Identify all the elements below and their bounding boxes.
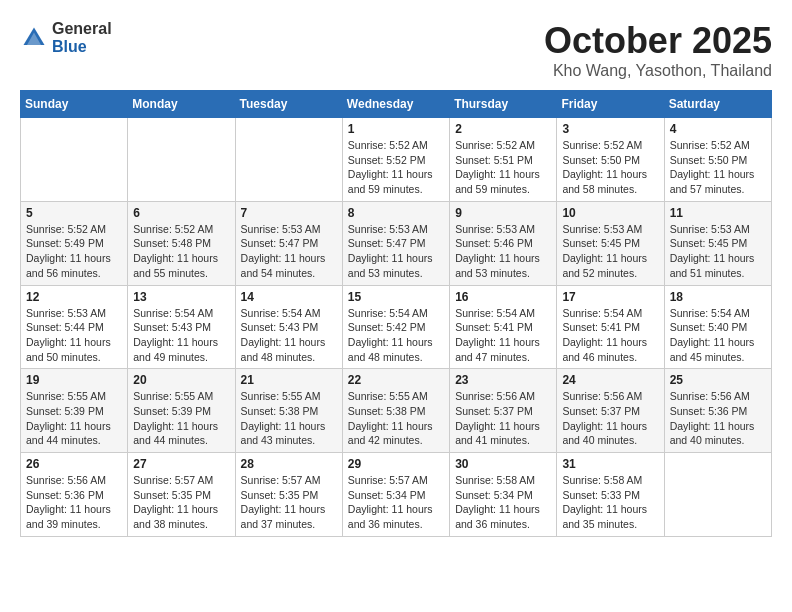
weekday-header: Monday [128,91,235,118]
day-number: 1 [348,122,444,136]
calendar-cell: 29Sunrise: 5:57 AMSunset: 5:34 PMDayligh… [342,453,449,537]
day-number: 10 [562,206,658,220]
day-number: 11 [670,206,766,220]
day-number: 22 [348,373,444,387]
day-number: 21 [241,373,337,387]
day-info: Sunrise: 5:58 AMSunset: 5:33 PMDaylight:… [562,473,658,532]
calendar-cell: 23Sunrise: 5:56 AMSunset: 5:37 PMDayligh… [450,369,557,453]
calendar-week-row: 1Sunrise: 5:52 AMSunset: 5:52 PMDaylight… [21,118,772,202]
calendar-cell: 4Sunrise: 5:52 AMSunset: 5:50 PMDaylight… [664,118,771,202]
location-title: Kho Wang, Yasothon, Thailand [544,62,772,80]
calendar-cell [664,453,771,537]
day-info: Sunrise: 5:56 AMSunset: 5:36 PMDaylight:… [26,473,122,532]
day-info: Sunrise: 5:56 AMSunset: 5:36 PMDaylight:… [670,389,766,448]
day-number: 6 [133,206,229,220]
day-number: 31 [562,457,658,471]
logo-icon [20,24,48,52]
day-number: 14 [241,290,337,304]
day-info: Sunrise: 5:54 AMSunset: 5:41 PMDaylight:… [562,306,658,365]
calendar-cell: 16Sunrise: 5:54 AMSunset: 5:41 PMDayligh… [450,285,557,369]
day-number: 7 [241,206,337,220]
title-block: October 2025 Kho Wang, Yasothon, Thailan… [544,20,772,80]
day-number: 5 [26,206,122,220]
calendar-week-row: 26Sunrise: 5:56 AMSunset: 5:36 PMDayligh… [21,453,772,537]
day-number: 23 [455,373,551,387]
day-info: Sunrise: 5:54 AMSunset: 5:41 PMDaylight:… [455,306,551,365]
day-info: Sunrise: 5:52 AMSunset: 5:48 PMDaylight:… [133,222,229,281]
calendar-cell: 31Sunrise: 5:58 AMSunset: 5:33 PMDayligh… [557,453,664,537]
calendar-cell: 3Sunrise: 5:52 AMSunset: 5:50 PMDaylight… [557,118,664,202]
calendar-cell: 17Sunrise: 5:54 AMSunset: 5:41 PMDayligh… [557,285,664,369]
calendar-cell: 21Sunrise: 5:55 AMSunset: 5:38 PMDayligh… [235,369,342,453]
day-info: Sunrise: 5:53 AMSunset: 5:46 PMDaylight:… [455,222,551,281]
calendar-cell: 13Sunrise: 5:54 AMSunset: 5:43 PMDayligh… [128,285,235,369]
calendar-cell: 25Sunrise: 5:56 AMSunset: 5:36 PMDayligh… [664,369,771,453]
day-info: Sunrise: 5:53 AMSunset: 5:47 PMDaylight:… [241,222,337,281]
calendar-table: SundayMondayTuesdayWednesdayThursdayFrid… [20,90,772,537]
day-number: 16 [455,290,551,304]
calendar-cell: 7Sunrise: 5:53 AMSunset: 5:47 PMDaylight… [235,201,342,285]
day-info: Sunrise: 5:53 AMSunset: 5:45 PMDaylight:… [670,222,766,281]
day-info: Sunrise: 5:54 AMSunset: 5:43 PMDaylight:… [133,306,229,365]
calendar-cell: 22Sunrise: 5:55 AMSunset: 5:38 PMDayligh… [342,369,449,453]
day-number: 4 [670,122,766,136]
calendar-cell: 28Sunrise: 5:57 AMSunset: 5:35 PMDayligh… [235,453,342,537]
day-info: Sunrise: 5:52 AMSunset: 5:51 PMDaylight:… [455,138,551,197]
calendar-cell: 14Sunrise: 5:54 AMSunset: 5:43 PMDayligh… [235,285,342,369]
weekday-header: Wednesday [342,91,449,118]
calendar-cell: 2Sunrise: 5:52 AMSunset: 5:51 PMDaylight… [450,118,557,202]
page-header: General Blue October 2025 Kho Wang, Yaso… [20,20,772,80]
calendar-week-row: 12Sunrise: 5:53 AMSunset: 5:44 PMDayligh… [21,285,772,369]
day-info: Sunrise: 5:56 AMSunset: 5:37 PMDaylight:… [455,389,551,448]
calendar-cell: 11Sunrise: 5:53 AMSunset: 5:45 PMDayligh… [664,201,771,285]
calendar-cell: 19Sunrise: 5:55 AMSunset: 5:39 PMDayligh… [21,369,128,453]
calendar-cell [21,118,128,202]
day-info: Sunrise: 5:58 AMSunset: 5:34 PMDaylight:… [455,473,551,532]
day-info: Sunrise: 5:55 AMSunset: 5:39 PMDaylight:… [26,389,122,448]
calendar-cell: 15Sunrise: 5:54 AMSunset: 5:42 PMDayligh… [342,285,449,369]
day-number: 24 [562,373,658,387]
day-number: 19 [26,373,122,387]
weekday-header: Sunday [21,91,128,118]
calendar-cell: 27Sunrise: 5:57 AMSunset: 5:35 PMDayligh… [128,453,235,537]
day-number: 3 [562,122,658,136]
day-number: 17 [562,290,658,304]
day-number: 30 [455,457,551,471]
day-number: 25 [670,373,766,387]
calendar-cell: 24Sunrise: 5:56 AMSunset: 5:37 PMDayligh… [557,369,664,453]
day-number: 9 [455,206,551,220]
calendar-cell: 30Sunrise: 5:58 AMSunset: 5:34 PMDayligh… [450,453,557,537]
day-info: Sunrise: 5:52 AMSunset: 5:52 PMDaylight:… [348,138,444,197]
day-number: 26 [26,457,122,471]
day-info: Sunrise: 5:54 AMSunset: 5:42 PMDaylight:… [348,306,444,365]
day-info: Sunrise: 5:55 AMSunset: 5:39 PMDaylight:… [133,389,229,448]
calendar-cell: 12Sunrise: 5:53 AMSunset: 5:44 PMDayligh… [21,285,128,369]
logo-text-general: General [52,20,112,37]
calendar-cell: 8Sunrise: 5:53 AMSunset: 5:47 PMDaylight… [342,201,449,285]
calendar-cell [128,118,235,202]
calendar-cell: 1Sunrise: 5:52 AMSunset: 5:52 PMDaylight… [342,118,449,202]
day-info: Sunrise: 5:55 AMSunset: 5:38 PMDaylight:… [241,389,337,448]
weekday-header: Friday [557,91,664,118]
day-info: Sunrise: 5:55 AMSunset: 5:38 PMDaylight:… [348,389,444,448]
day-number: 13 [133,290,229,304]
logo: General Blue [20,20,112,56]
day-info: Sunrise: 5:57 AMSunset: 5:35 PMDaylight:… [241,473,337,532]
day-info: Sunrise: 5:54 AMSunset: 5:43 PMDaylight:… [241,306,337,365]
day-info: Sunrise: 5:53 AMSunset: 5:44 PMDaylight:… [26,306,122,365]
day-info: Sunrise: 5:57 AMSunset: 5:34 PMDaylight:… [348,473,444,532]
logo-text-blue: Blue [52,38,87,55]
day-info: Sunrise: 5:57 AMSunset: 5:35 PMDaylight:… [133,473,229,532]
day-info: Sunrise: 5:54 AMSunset: 5:40 PMDaylight:… [670,306,766,365]
day-info: Sunrise: 5:56 AMSunset: 5:37 PMDaylight:… [562,389,658,448]
calendar-cell: 20Sunrise: 5:55 AMSunset: 5:39 PMDayligh… [128,369,235,453]
calendar-cell: 10Sunrise: 5:53 AMSunset: 5:45 PMDayligh… [557,201,664,285]
day-number: 20 [133,373,229,387]
calendar-cell [235,118,342,202]
month-title: October 2025 [544,20,772,62]
weekday-header: Tuesday [235,91,342,118]
day-info: Sunrise: 5:52 AMSunset: 5:50 PMDaylight:… [562,138,658,197]
day-info: Sunrise: 5:53 AMSunset: 5:45 PMDaylight:… [562,222,658,281]
day-number: 15 [348,290,444,304]
day-number: 12 [26,290,122,304]
